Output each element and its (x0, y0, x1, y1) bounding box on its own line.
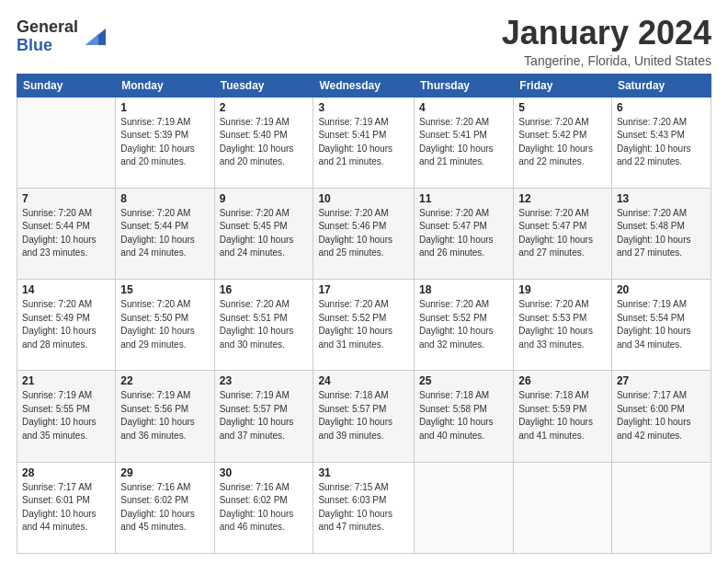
day-info: Sunrise: 7:20 AM Sunset: 5:47 PM Dayligh… (518, 207, 607, 260)
day-info: Sunrise: 7:20 AM Sunset: 5:48 PM Dayligh… (617, 207, 706, 260)
table-row: 15Sunrise: 7:20 AM Sunset: 5:50 PM Dayli… (116, 280, 214, 371)
day-info: Sunrise: 7:19 AM Sunset: 5:54 PM Dayligh… (617, 298, 706, 351)
day-info: Sunrise: 7:19 AM Sunset: 5:56 PM Dayligh… (120, 389, 209, 442)
table-row: 18Sunrise: 7:20 AM Sunset: 5:52 PM Dayli… (414, 280, 513, 371)
day-number: 18 (419, 283, 508, 296)
logo-text: General Blue (17, 18, 78, 55)
header-wednesday: Wednesday (313, 74, 415, 97)
day-number: 13 (617, 192, 706, 205)
table-row: 6Sunrise: 7:20 AM Sunset: 5:43 PM Daylig… (611, 97, 711, 188)
table-row: 22Sunrise: 7:19 AM Sunset: 5:56 PM Dayli… (116, 371, 214, 462)
day-info: Sunrise: 7:20 AM Sunset: 5:49 PM Dayligh… (22, 298, 110, 351)
day-number: 17 (318, 283, 409, 296)
day-number: 5 (518, 101, 607, 114)
day-number: 21 (22, 374, 110, 387)
day-info: Sunrise: 7:20 AM Sunset: 5:53 PM Dayligh… (518, 298, 607, 351)
day-number: 19 (518, 283, 607, 296)
day-info: Sunrise: 7:20 AM Sunset: 5:42 PM Dayligh… (518, 116, 607, 169)
table-row: 24Sunrise: 7:18 AM Sunset: 5:57 PM Dayli… (313, 371, 415, 462)
calendar-header-row: Sunday Monday Tuesday Wednesday Thursday… (17, 74, 711, 97)
table-row (514, 462, 612, 553)
day-number: 30 (220, 466, 309, 479)
table-row: 1Sunrise: 7:19 AM Sunset: 5:39 PM Daylig… (116, 97, 214, 188)
day-number: 9 (220, 192, 309, 205)
table-row: 29Sunrise: 7:16 AM Sunset: 6:02 PM Dayli… (116, 462, 214, 553)
logo: General Blue (17, 15, 106, 55)
day-number: 16 (220, 283, 309, 296)
day-number: 12 (518, 192, 607, 205)
day-info: Sunrise: 7:20 AM Sunset: 5:52 PM Dayligh… (318, 298, 409, 351)
calendar-week-row: 7Sunrise: 7:20 AM Sunset: 5:44 PM Daylig… (17, 188, 711, 279)
page: General Blue January 2024 Tangerine, Flo… (0, 0, 728, 563)
table-row: 31Sunrise: 7:15 AM Sunset: 6:03 PM Dayli… (313, 462, 415, 553)
table-row: 26Sunrise: 7:18 AM Sunset: 5:59 PM Dayli… (514, 371, 612, 462)
calendar-week-row: 28Sunrise: 7:17 AM Sunset: 6:01 PM Dayli… (17, 462, 711, 553)
title-block: January 2024 Tangerine, Florida, United … (502, 15, 711, 68)
day-number: 15 (120, 283, 209, 296)
location: Tangerine, Florida, United States (502, 53, 711, 68)
calendar-week-row: 14Sunrise: 7:20 AM Sunset: 5:49 PM Dayli… (17, 280, 711, 371)
header-friday: Friday (514, 74, 612, 97)
day-info: Sunrise: 7:19 AM Sunset: 5:40 PM Dayligh… (220, 116, 309, 169)
day-info: Sunrise: 7:19 AM Sunset: 5:57 PM Dayligh… (220, 389, 309, 442)
table-row: 4Sunrise: 7:20 AM Sunset: 5:41 PM Daylig… (414, 97, 513, 188)
table-row: 3Sunrise: 7:19 AM Sunset: 5:41 PM Daylig… (313, 97, 415, 188)
day-number: 24 (318, 374, 409, 387)
day-number: 27 (617, 374, 706, 387)
day-info: Sunrise: 7:20 AM Sunset: 5:41 PM Dayligh… (419, 116, 508, 169)
table-row: 20Sunrise: 7:19 AM Sunset: 5:54 PM Dayli… (611, 280, 711, 371)
day-number: 14 (22, 283, 110, 296)
table-row: 16Sunrise: 7:20 AM Sunset: 5:51 PM Dayli… (214, 280, 313, 371)
day-info: Sunrise: 7:17 AM Sunset: 6:01 PM Dayligh… (22, 481, 110, 534)
day-info: Sunrise: 7:20 AM Sunset: 5:50 PM Dayligh… (120, 298, 209, 351)
day-number: 2 (220, 101, 309, 114)
day-info: Sunrise: 7:20 AM Sunset: 5:52 PM Dayligh… (419, 298, 508, 351)
day-info: Sunrise: 7:19 AM Sunset: 5:55 PM Dayligh… (22, 389, 110, 442)
day-info: Sunrise: 7:17 AM Sunset: 6:00 PM Dayligh… (617, 389, 706, 442)
day-number: 7 (22, 192, 110, 205)
day-number: 26 (518, 374, 607, 387)
logo-general: General (17, 17, 78, 36)
logo-icon (80, 29, 106, 45)
calendar-week-row: 1Sunrise: 7:19 AM Sunset: 5:39 PM Daylig… (17, 97, 711, 188)
day-number: 6 (617, 101, 706, 114)
table-row: 25Sunrise: 7:18 AM Sunset: 5:58 PM Dayli… (414, 371, 513, 462)
table-row: 23Sunrise: 7:19 AM Sunset: 5:57 PM Dayli… (214, 371, 313, 462)
month-title: January 2024 (502, 15, 711, 52)
table-row: 7Sunrise: 7:20 AM Sunset: 5:44 PM Daylig… (17, 188, 116, 279)
day-info: Sunrise: 7:20 AM Sunset: 5:45 PM Dayligh… (220, 207, 309, 260)
day-info: Sunrise: 7:19 AM Sunset: 5:39 PM Dayligh… (120, 116, 209, 169)
table-row: 21Sunrise: 7:19 AM Sunset: 5:55 PM Dayli… (17, 371, 116, 462)
day-number: 8 (120, 192, 209, 205)
day-info: Sunrise: 7:20 AM Sunset: 5:43 PM Dayligh… (617, 116, 706, 169)
table-row: 9Sunrise: 7:20 AM Sunset: 5:45 PM Daylig… (214, 188, 313, 279)
day-number: 25 (419, 374, 508, 387)
day-info: Sunrise: 7:20 AM Sunset: 5:46 PM Dayligh… (318, 207, 409, 260)
table-row: 13Sunrise: 7:20 AM Sunset: 5:48 PM Dayli… (611, 188, 711, 279)
table-row: 10Sunrise: 7:20 AM Sunset: 5:46 PM Dayli… (313, 188, 415, 279)
day-number: 10 (318, 192, 409, 205)
day-info: Sunrise: 7:16 AM Sunset: 6:02 PM Dayligh… (220, 481, 309, 534)
table-row: 11Sunrise: 7:20 AM Sunset: 5:47 PM Dayli… (414, 188, 513, 279)
logo-blue: Blue (17, 36, 52, 54)
header-thursday: Thursday (414, 74, 513, 97)
day-number: 31 (318, 466, 409, 479)
day-info: Sunrise: 7:20 AM Sunset: 5:47 PM Dayligh… (419, 207, 508, 260)
table-row (17, 97, 116, 188)
table-row: 28Sunrise: 7:17 AM Sunset: 6:01 PM Dayli… (17, 462, 116, 553)
calendar-table: Sunday Monday Tuesday Wednesday Thursday… (17, 74, 711, 554)
day-info: Sunrise: 7:18 AM Sunset: 5:58 PM Dayligh… (419, 389, 508, 442)
day-number: 22 (120, 374, 209, 387)
day-number: 11 (419, 192, 508, 205)
table-row: 14Sunrise: 7:20 AM Sunset: 5:49 PM Dayli… (17, 280, 116, 371)
day-info: Sunrise: 7:18 AM Sunset: 5:59 PM Dayligh… (518, 389, 607, 442)
table-row: 2Sunrise: 7:19 AM Sunset: 5:40 PM Daylig… (214, 97, 313, 188)
table-row (611, 462, 711, 553)
day-number: 3 (318, 101, 409, 114)
day-number: 4 (419, 101, 508, 114)
day-info: Sunrise: 7:20 AM Sunset: 5:44 PM Dayligh… (120, 207, 209, 260)
day-info: Sunrise: 7:16 AM Sunset: 6:02 PM Dayligh… (120, 481, 209, 534)
table-row: 5Sunrise: 7:20 AM Sunset: 5:42 PM Daylig… (514, 97, 612, 188)
day-number: 23 (220, 374, 309, 387)
day-number: 20 (617, 283, 706, 296)
